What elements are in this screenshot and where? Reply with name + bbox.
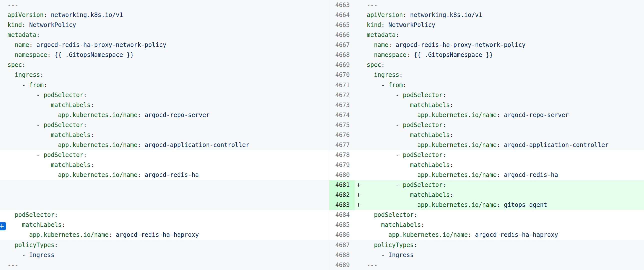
diff-line-left: - Ingress — [0, 250, 329, 260]
line-number[interactable]: 4676 — [329, 130, 355, 140]
line-number[interactable]: 4687 — [329, 240, 355, 250]
line-number[interactable]: 4680 — [329, 170, 355, 180]
code-text: matchLabels: — [8, 102, 94, 109]
line-number[interactable]: 4664 — [329, 10, 355, 20]
diff-line-right: matchLabels: — [355, 100, 644, 110]
line-number[interactable]: 4668 — [329, 50, 355, 60]
diff-line-left-empty — [0, 180, 329, 190]
diff-line-right: matchLabels: — [355, 160, 644, 170]
diff-line-right: app.kubernetes.io/name: argocd-redis-ha — [355, 170, 644, 180]
code-text: kind: NetworkPolicy — [8, 21, 76, 28]
code-text: kind: NetworkPolicy — [367, 21, 436, 28]
line-number[interactable]: 4684 — [329, 210, 355, 220]
diff-line-right: - podSelector: — [355, 120, 644, 130]
diff-line-left: policyTypes: — [0, 240, 329, 250]
table-row: namespace: {{ .GitopsNamespace }}4668 na… — [0, 50, 644, 60]
code-text: - from: — [8, 82, 47, 89]
line-number[interactable]: 4688 — [329, 250, 355, 260]
code-text: --- — [8, 1, 18, 8]
table-row: ingress:4670 ingress: — [0, 70, 644, 80]
table-row: podSelector:4684 podSelector: — [0, 210, 644, 220]
diff-line-left: spec: — [0, 60, 329, 70]
diff-line-right: podSelector: — [355, 210, 644, 220]
code-text: apiVersion: networking.k8s.io/v1 — [367, 11, 482, 18]
line-number[interactable]: 4663 — [329, 0, 355, 10]
line-number[interactable]: 4665 — [329, 20, 355, 30]
line-number[interactable]: 4682 — [329, 190, 355, 200]
line-number[interactable]: 4671 — [329, 80, 355, 90]
diff-line-right: app.kubernetes.io/name: argocd-applicati… — [355, 140, 644, 150]
diff-line-right: name: argocd-redis-ha-proxy-network-poli… — [355, 40, 644, 50]
line-number[interactable]: 4679 — [329, 160, 355, 170]
code-text: - podSelector: — [367, 151, 446, 158]
line-number[interactable]: 4689 — [329, 260, 355, 270]
line-number[interactable]: 4685 — [329, 220, 355, 230]
diff-line-right: app.kubernetes.io/name: argocd-repo-serv… — [355, 110, 644, 120]
diff-line-left-empty — [0, 190, 329, 200]
table-row: ---4689--- — [0, 260, 644, 270]
diff-line-left: matchLabels: — [0, 100, 329, 110]
diff-line-right: namespace: {{ .GitopsNamespace }} — [355, 50, 644, 60]
code-text: --- — [367, 1, 378, 8]
diff-line-left: apiVersion: networking.k8s.io/v1 — [0, 10, 329, 20]
code-text: spec: — [367, 61, 385, 68]
line-number[interactable]: 4683 — [329, 200, 355, 210]
code-text: app.kubernetes.io/name: argocd-redis-ha — [8, 171, 199, 178]
diff-line-right: apiVersion: networking.k8s.io/v1 — [355, 10, 644, 20]
code-text: app.kubernetes.io/name: argocd-applicati… — [8, 141, 249, 148]
diff-line-right: metadata: — [355, 30, 644, 40]
table-row: - podSelector:4675 - podSelector: — [0, 120, 644, 130]
line-number[interactable]: 4675 — [329, 120, 355, 130]
diff-line-left: namespace: {{ .GitopsNamespace }} — [0, 50, 329, 60]
table-row: - podSelector:4678 - podSelector: — [0, 150, 644, 160]
diff-line-left: app.kubernetes.io/name: argocd-repo-serv… — [0, 110, 329, 120]
diff-table: ---4663---apiVersion: networking.k8s.io/… — [0, 0, 644, 270]
code-text: matchLabels: — [367, 221, 424, 228]
diff-line-left: app.kubernetes.io/name: argocd-applicati… — [0, 140, 329, 150]
line-number[interactable]: 4681 — [329, 180, 355, 190]
diff-line-left: - podSelector: — [0, 120, 329, 130]
code-text: metadata: — [8, 31, 40, 38]
diff-line-left: kind: NetworkPolicy — [0, 20, 329, 30]
diff-line-left: - podSelector: — [0, 90, 329, 100]
code-text: podSelector: — [367, 211, 417, 218]
line-number[interactable]: 4674 — [329, 110, 355, 120]
code-text: spec: — [8, 61, 26, 68]
diff-line-right: policyTypes: — [355, 240, 644, 250]
diff-line-left: podSelector: — [0, 210, 329, 220]
code-text: podSelector: — [8, 211, 58, 218]
line-number[interactable]: 4678 — [329, 150, 355, 160]
table-row: - Ingress4688 - Ingress — [0, 250, 644, 260]
line-number[interactable]: 4667 — [329, 40, 355, 50]
diff-line-left: app.kubernetes.io/name: argocd-redis-ha-… — [0, 230, 329, 240]
code-text: app.kubernetes.io/name: argocd-repo-serv… — [8, 112, 210, 119]
code-text: matchLabels: — [367, 161, 454, 168]
line-number[interactable]: 4666 — [329, 30, 355, 40]
code-text: - podSelector: — [367, 122, 446, 129]
line-number[interactable]: 4686 — [329, 230, 355, 240]
added-line-marker: + — [357, 190, 360, 200]
code-text: metadata: — [367, 31, 399, 38]
code-text: --- — [367, 262, 378, 269]
line-number[interactable]: 4677 — [329, 140, 355, 150]
code-text: matchLabels: — [8, 132, 94, 138]
table-row: policyTypes:4687 policyTypes: — [0, 240, 644, 250]
line-number[interactable]: 4673 — [329, 100, 355, 110]
diff-line-right: matchLabels: — [355, 130, 644, 140]
line-number[interactable]: 4670 — [329, 70, 355, 80]
table-row: - from:4671 - from: — [0, 80, 644, 90]
table-row: app.kubernetes.io/name: argocd-redis-ha-… — [0, 230, 644, 240]
code-text: policyTypes: — [8, 242, 58, 249]
code-text: - Ingress — [8, 252, 54, 259]
add-comment-button[interactable]: + — [0, 222, 6, 230]
code-text: - podSelector: — [367, 92, 446, 99]
line-number[interactable]: 4672 — [329, 90, 355, 100]
table-row: apiVersion: networking.k8s.io/v14664apiV… — [0, 10, 644, 20]
table-row: kind: NetworkPolicy4665kind: NetworkPoli… — [0, 20, 644, 30]
code-text: apiVersion: networking.k8s.io/v1 — [8, 11, 123, 18]
table-row: name: argocd-redis-ha-proxy-network-poli… — [0, 40, 644, 50]
line-number[interactable]: 4669 — [329, 60, 355, 70]
code-text: ingress: — [8, 71, 44, 78]
code-text: policyTypes: — [367, 242, 417, 249]
code-text: app.kubernetes.io/name: argocd-repo-serv… — [367, 112, 569, 119]
